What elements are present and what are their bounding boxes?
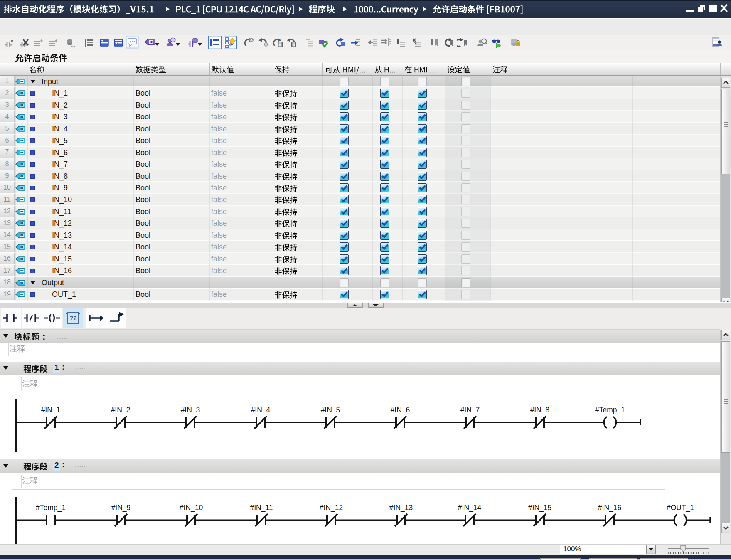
svg-text:#IN_2: #IN_2: [111, 406, 130, 414]
svg-text:#IN_5: #IN_5: [321, 406, 340, 414]
svg-text:??: ??: [69, 315, 76, 321]
svg-text:#IN_3: #IN_3: [181, 406, 200, 414]
svg-text:#Temp_1: #Temp_1: [595, 406, 625, 414]
svg-text:#IN_4: #IN_4: [251, 406, 271, 414]
svg-text:#OUT_1: #OUT_1: [667, 503, 694, 512]
svg-text:#IN_12: #IN_12: [320, 503, 343, 512]
svg-text:#IN_7: #IN_7: [460, 406, 480, 414]
svg-text:#IN_6: #IN_6: [391, 406, 410, 414]
svg-text:#IN_1: #IN_1: [41, 406, 61, 414]
svg-text:#IN_8: #IN_8: [530, 406, 550, 414]
svg-text:#IN_9: #IN_9: [111, 503, 131, 512]
svg-text:#Temp_1: #Temp_1: [36, 503, 66, 512]
svg-text:#IN_16: #IN_16: [598, 503, 621, 512]
svg-text:#IN_13: #IN_13: [389, 503, 413, 512]
svg-text:#IN_11: #IN_11: [250, 503, 273, 512]
svg-text:#IN_14: #IN_14: [458, 503, 482, 512]
svg-text:#IN_15: #IN_15: [528, 503, 551, 512]
svg-text:#IN_10: #IN_10: [180, 503, 203, 512]
